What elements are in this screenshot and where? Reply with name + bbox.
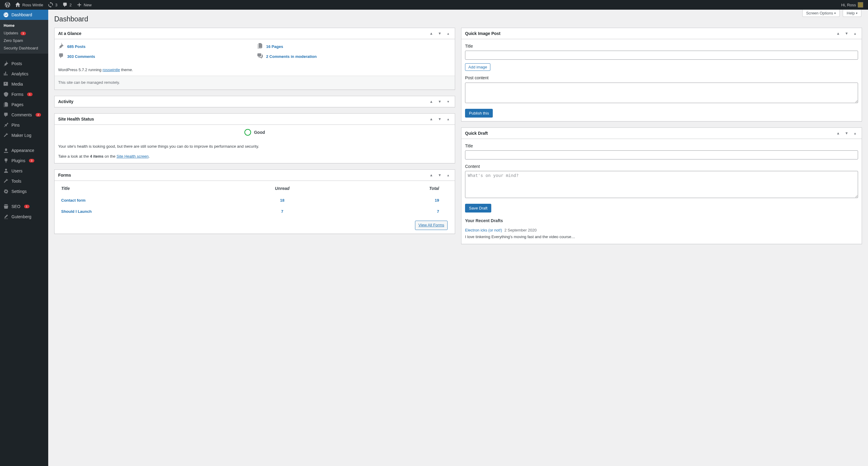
qd-content-label: Content bbox=[465, 163, 858, 170]
pages-icon bbox=[257, 43, 263, 50]
forms-table: Title Unread Total Contact form1819Shoul… bbox=[58, 182, 451, 217]
menu-forms[interactable]: Forms 1 bbox=[0, 89, 48, 99]
form-unread-link[interactable]: 7 bbox=[281, 209, 283, 214]
menu-media[interactable]: Media bbox=[0, 79, 48, 89]
draft-link[interactable]: Electron icks (or not!) bbox=[465, 228, 502, 232]
glance-moderation[interactable]: 2 Comments in moderation bbox=[257, 53, 451, 60]
updates-indicator[interactable]: 3 bbox=[45, 0, 60, 10]
menu-settings[interactable]: Settings bbox=[0, 186, 48, 196]
menu-label: Gutenberg bbox=[11, 214, 31, 219]
site-health-link[interactable]: Site Health screen bbox=[117, 154, 149, 159]
qd-title-input[interactable] bbox=[465, 150, 858, 159]
site-health-box: Site Health Status ▲ ▼ ▴ Good Your site'… bbox=[54, 113, 455, 164]
form-total-link[interactable]: 19 bbox=[435, 198, 439, 203]
help-button[interactable]: Help bbox=[843, 10, 861, 17]
qip-title-input[interactable] bbox=[465, 51, 858, 60]
submenu-updates[interactable]: Updates 3 bbox=[0, 29, 48, 37]
toggle-icon[interactable]: ▴ bbox=[851, 128, 859, 139]
move-down-icon[interactable]: ▼ bbox=[842, 28, 851, 39]
move-down-icon[interactable]: ▼ bbox=[435, 114, 444, 124]
new-content[interactable]: New bbox=[74, 0, 94, 10]
avatar bbox=[858, 2, 863, 7]
move-up-icon[interactable]: ▲ bbox=[427, 170, 435, 181]
health-cta: Take a look at the 4 items on the Site H… bbox=[58, 153, 451, 160]
glance-comments-link[interactable]: 303 Comments bbox=[67, 54, 95, 59]
forms-title: Forms bbox=[55, 170, 427, 181]
forms-badge: 1 bbox=[27, 93, 33, 96]
update-icon bbox=[48, 2, 53, 7]
health-circle-icon bbox=[244, 129, 251, 136]
user-greeting[interactable]: Hi, Ross bbox=[839, 0, 866, 10]
site-name[interactable]: Ross Wintle bbox=[13, 0, 45, 10]
wp-logo[interactable] bbox=[2, 0, 13, 10]
toggle-icon[interactable]: ▴ bbox=[444, 28, 453, 39]
draft-item: Electron icks (or not!) 2 September 2020… bbox=[465, 227, 858, 241]
glance-moderation-link[interactable]: 2 Comments in moderation bbox=[266, 54, 317, 59]
menu-analytics[interactable]: Analytics bbox=[0, 69, 48, 79]
toggle-icon[interactable]: ▴ bbox=[444, 114, 453, 124]
pin-icon bbox=[3, 61, 9, 66]
glance-comments[interactable]: 303 Comments bbox=[58, 53, 252, 60]
menu-tools[interactable]: Tools bbox=[0, 176, 48, 186]
menu-seo[interactable]: SEO 1 bbox=[0, 201, 48, 212]
menu-label: Forms bbox=[11, 92, 24, 97]
menu-maker-log[interactable]: Maker Log bbox=[0, 130, 48, 141]
form-title-link[interactable]: Contact form bbox=[61, 198, 86, 203]
at-a-glance-box: At a Glance ▲ ▼ ▴ 685 Posts bbox=[54, 28, 455, 90]
form-unread-link[interactable]: 18 bbox=[280, 198, 284, 203]
view-all-forms-button[interactable]: View All Forms bbox=[415, 221, 447, 230]
draft-excerpt: I love tinkering Everything's moving fas… bbox=[465, 234, 858, 240]
glance-pages-link[interactable]: 16 Pages bbox=[266, 44, 283, 49]
menu-gutenberg[interactable]: Gutenberg bbox=[0, 212, 48, 222]
menu-users[interactable]: Users bbox=[0, 166, 48, 176]
menu-appearance[interactable]: Appearance bbox=[0, 145, 48, 156]
quick-image-post-box: Quick Image Post ▲ ▼ ▴ Title Add image P… bbox=[461, 28, 862, 122]
theme-link[interactable]: rosswintle bbox=[102, 67, 120, 72]
qip-content-textarea[interactable] bbox=[465, 83, 858, 103]
form-title-link[interactable]: Should I Launch bbox=[61, 209, 92, 214]
move-up-icon[interactable]: ▲ bbox=[834, 128, 842, 139]
move-up-icon[interactable]: ▲ bbox=[427, 28, 435, 39]
move-down-icon[interactable]: ▼ bbox=[435, 28, 444, 39]
screen-options-button[interactable]: Screen Options bbox=[802, 10, 840, 17]
submenu-security[interactable]: Security Dashboard bbox=[0, 44, 48, 52]
menu-posts[interactable]: Posts bbox=[0, 59, 48, 69]
toggle-icon[interactable]: ▴ bbox=[851, 28, 859, 39]
comments-indicator[interactable]: 2 bbox=[60, 0, 74, 10]
form-total-link[interactable]: 7 bbox=[437, 209, 439, 214]
health-status-label: Good bbox=[254, 130, 265, 135]
seo-icon bbox=[3, 204, 9, 209]
menu-pages[interactable]: Pages bbox=[0, 99, 48, 110]
glance-posts-link[interactable]: 685 Posts bbox=[67, 44, 86, 49]
submenu-home[interactable]: Home bbox=[0, 22, 48, 29]
glance-pages[interactable]: 16 Pages bbox=[257, 43, 451, 50]
updates-count: 3 bbox=[55, 3, 57, 7]
menu-label: Maker Log bbox=[11, 133, 31, 138]
updates-badge: 3 bbox=[21, 32, 26, 35]
menu-label: Comments bbox=[11, 113, 32, 117]
glance-posts[interactable]: 685 Posts bbox=[58, 43, 252, 50]
move-down-icon[interactable]: ▼ bbox=[435, 96, 444, 107]
quick-image-title: Quick Image Post bbox=[461, 28, 834, 39]
save-draft-button[interactable]: Save Draft bbox=[465, 204, 491, 213]
table-row: Contact form1819 bbox=[58, 195, 451, 206]
tools-icon bbox=[3, 179, 9, 184]
publish-button[interactable]: Publish this bbox=[465, 109, 493, 118]
admin-sidebar: Dashboard Home Updates 3 Zero Spam Secur… bbox=[0, 10, 48, 466]
toggle-icon[interactable]: ▴ bbox=[444, 170, 453, 181]
move-down-icon[interactable]: ▼ bbox=[842, 128, 851, 139]
menu-pins[interactable]: Pins bbox=[0, 120, 48, 130]
qd-content-textarea[interactable] bbox=[465, 171, 858, 198]
menu-dashboard[interactable]: Dashboard bbox=[0, 10, 48, 20]
move-up-icon[interactable]: ▲ bbox=[427, 96, 435, 107]
add-image-button[interactable]: Add image bbox=[465, 63, 490, 71]
menu-plugins[interactable]: Plugins 3 bbox=[0, 156, 48, 166]
move-up-icon[interactable]: ▲ bbox=[427, 114, 435, 124]
move-down-icon[interactable]: ▼ bbox=[435, 170, 444, 181]
submenu-zero-spam[interactable]: Zero Spam bbox=[0, 37, 48, 44]
col-unread: Unread bbox=[233, 182, 332, 195]
menu-comments[interactable]: Comments 2 bbox=[0, 110, 48, 120]
quick-draft-title: Quick Draft bbox=[461, 128, 834, 139]
toggle-icon[interactable]: ▾ bbox=[444, 96, 453, 107]
move-up-icon[interactable]: ▲ bbox=[834, 28, 842, 39]
